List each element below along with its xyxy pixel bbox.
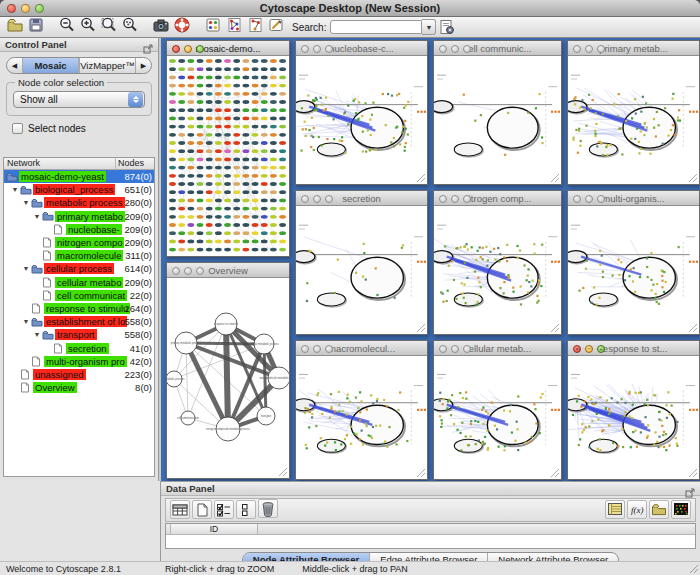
network-view-canvas[interactable]: [296, 56, 427, 184]
float-panel-icon[interactable]: [685, 484, 695, 494]
close-window-button[interactable]: [439, 345, 447, 353]
open-session-icon[interactable]: [5, 16, 24, 35]
attribute-table-icon[interactable]: [170, 500, 190, 519]
attribute-panel-icon[interactable]: [605, 500, 625, 519]
search-dropdown-button[interactable]: ▼: [422, 19, 436, 35]
window-titlebar[interactable]: ×−+response to st...: [568, 341, 699, 356]
zoom-out-icon[interactable]: [57, 16, 76, 35]
expand-arrow-icon[interactable]: ▼: [21, 199, 31, 206]
tree-row-cellular-process[interactable]: ▼cellular process614(0): [4, 262, 154, 275]
network-view-canvas[interactable]: [434, 56, 561, 184]
window-titlebar[interactable]: cellular metab...: [434, 341, 561, 356]
search-config-icon[interactable]: [437, 18, 456, 37]
close-window-button[interactable]: [439, 195, 447, 203]
network-view-canvas[interactable]: [167, 56, 289, 256]
select-nodes-checkbox[interactable]: [12, 123, 23, 134]
new-attribute-icon[interactable]: [192, 500, 212, 519]
function-builder-icon[interactable]: f(x): [627, 500, 647, 519]
zoom-window-button[interactable]: [196, 267, 204, 275]
tree-row-metabolic-process[interactable]: ▼metabolic process280(0): [4, 196, 154, 209]
network-view-canvas[interactable]: [296, 206, 427, 334]
zoom-fit-icon[interactable]: [99, 16, 118, 35]
close-window-button[interactable]: [573, 45, 581, 53]
search-input[interactable]: [330, 20, 422, 34]
tree-row-primary-metabo[interactable]: ▼primary metabo209(0): [4, 210, 154, 223]
window-titlebar[interactable]: macromolecul...: [296, 341, 427, 356]
tree-row-cell-communicat[interactable]: cell communicat22(0): [4, 289, 154, 302]
tabs-scroll-right-icon[interactable]: ▶: [136, 57, 151, 74]
minimize-window-button[interactable]: [451, 45, 459, 53]
close-window-button[interactable]: [573, 195, 581, 203]
tree-row-cellular-metabo[interactable]: cellular metabo209(0): [4, 276, 154, 289]
node-color-dropdown[interactable]: Show all: [13, 91, 145, 108]
tree-row-unassigned[interactable]: unassigned223(0): [4, 368, 154, 381]
tree-row-overview[interactable]: Overview8(0): [4, 381, 154, 394]
help-icon[interactable]: [172, 16, 191, 35]
network-view-canvas[interactable]: [568, 206, 699, 334]
tree-row-transport[interactable]: ▼transport558(0): [4, 328, 154, 341]
minimize-window-button[interactable]: [313, 345, 321, 353]
zoom-window-button[interactable]: [325, 345, 333, 353]
close-window-button[interactable]: [301, 195, 309, 203]
zoom-window-button[interactable]: [325, 195, 333, 203]
close-window-button[interactable]: [172, 267, 180, 275]
window-titlebar[interactable]: mosaic-demo...: [167, 41, 289, 56]
close-window-button[interactable]: [172, 45, 180, 53]
tree-row-multi-organism-pro[interactable]: multi-organism pro42(0): [4, 355, 154, 368]
tabs-scroll-left-icon[interactable]: ◀: [7, 57, 22, 74]
zoom-window-button[interactable]: [325, 45, 333, 53]
minimize-window-button[interactable]: −: [585, 345, 593, 353]
float-panel-icon[interactable]: [143, 40, 153, 50]
attribute-table[interactable]: ID: [165, 523, 696, 549]
window-titlebar[interactable]: cell communic...: [434, 41, 561, 56]
tree-row-establishment-of-lo[interactable]: ▼establishment of lo558(0): [4, 315, 154, 328]
network-view-canvas[interactable]: [568, 356, 699, 479]
snapshot-icon[interactable]: [151, 16, 170, 35]
zoom-window-button[interactable]: [196, 45, 204, 53]
heatmap-icon[interactable]: [671, 500, 691, 519]
expand-arrow-icon[interactable]: ▼: [32, 331, 42, 338]
tree-row-response-to-stimulu[interactable]: response to stimulu264(0): [4, 302, 154, 315]
id-column-header[interactable]: ID: [170, 524, 258, 535]
network-view-a-icon[interactable]: [224, 16, 243, 35]
minimize-window-button[interactable]: [184, 267, 192, 275]
close-window-button[interactable]: ×: [573, 345, 581, 353]
select-attributes-icon[interactable]: [214, 500, 234, 519]
expand-arrow-icon[interactable]: ▼: [10, 186, 20, 193]
network-view-b-icon[interactable]: [245, 16, 264, 35]
network-view-canvas[interactable]: [434, 356, 561, 479]
expand-arrow-icon[interactable]: ▼: [32, 213, 42, 220]
minimize-window-button[interactable]: [585, 45, 593, 53]
close-window-button[interactable]: [301, 345, 309, 353]
close-window-button[interactable]: [301, 45, 309, 53]
minimize-window-button[interactable]: [585, 195, 593, 203]
tree-row-secretion[interactable]: secretion41(0): [4, 341, 154, 354]
delete-attribute-icon[interactable]: [258, 499, 278, 518]
network-column-header[interactable]: Network: [4, 158, 116, 169]
network-view-canvas[interactable]: response to stimulusprimary metabolic pr…: [167, 278, 289, 478]
zoom-window-button[interactable]: [463, 345, 471, 353]
minimize-window-button[interactable]: [451, 195, 459, 203]
window-titlebar[interactable]: primary metab...: [568, 41, 699, 56]
plugin-grid-icon[interactable]: [203, 16, 222, 35]
network-view-canvas[interactable]: [434, 206, 561, 334]
zoom-window-button[interactable]: [597, 195, 605, 203]
tree-row-macromolecule[interactable]: macromolecule311(0): [4, 249, 154, 262]
zoom-window-button[interactable]: [463, 45, 471, 53]
attribute-pair-icon[interactable]: [236, 500, 256, 519]
zoom-in-icon[interactable]: [78, 16, 97, 35]
zoom-window-button[interactable]: +: [597, 345, 605, 353]
tab-mosaic[interactable]: Mosaic: [22, 58, 79, 74]
save-session-icon[interactable]: [26, 16, 45, 35]
expand-arrow-icon[interactable]: ▼: [21, 265, 31, 272]
window-titlebar[interactable]: Overview: [167, 263, 289, 278]
minimize-window-button[interactable]: [451, 345, 459, 353]
window-titlebar[interactable]: multi-organis...: [568, 191, 699, 206]
tree-row-biological-process[interactable]: ▼biological_process651(0): [4, 183, 154, 196]
annotation-icon[interactable]: [266, 16, 285, 35]
tree-row-nucleobase-[interactable]: nucleobase-209(0): [4, 223, 154, 236]
expand-arrow-icon[interactable]: ▼: [21, 318, 31, 325]
tree-row-mosaic-demo-yeast[interactable]: mosaic-demo-yeast874(0): [4, 170, 154, 183]
window-titlebar[interactable]: Cytoscape Desktop (New Session): [0, 0, 700, 17]
import-attributes-icon[interactable]: [649, 500, 669, 519]
